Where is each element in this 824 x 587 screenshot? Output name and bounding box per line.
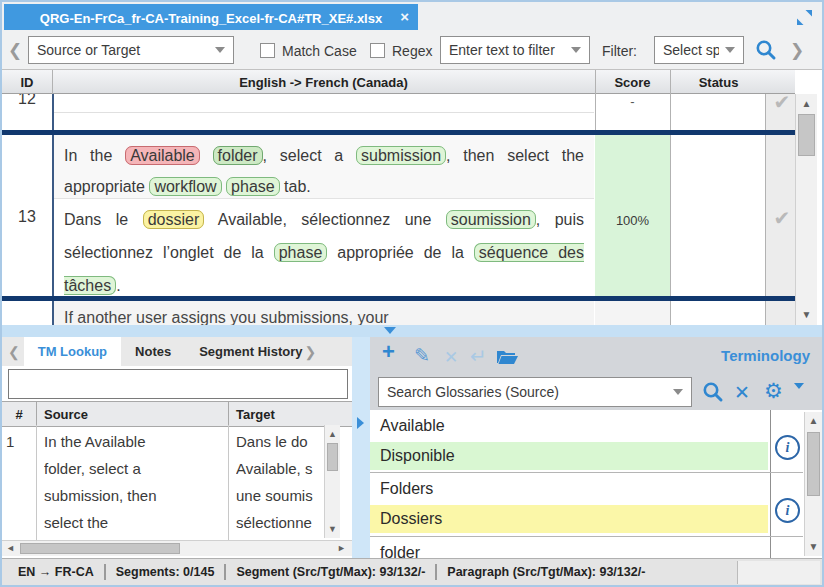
language-pair-status: EN → FR-CA: [18, 565, 94, 579]
scrollbar-thumb[interactable]: [798, 114, 815, 156]
horizontal-splitter[interactable]: [2, 325, 822, 337]
tabs-scroll-left-icon[interactable]: ❮: [8, 345, 20, 359]
scroll-left-icon[interactable]: ❮: [8, 42, 22, 59]
tab-segment-history[interactable]: Segment History: [185, 337, 302, 366]
regex-checkbox[interactable]: [370, 43, 385, 58]
open-glossary-icon[interactable]: [496, 348, 518, 365]
next-source-segment[interactable]: If another user assigns you submissions,…: [54, 301, 594, 325]
term-target[interactable]: Disponible: [370, 442, 768, 470]
glossary-search-value: Search Glossaries (Source): [387, 384, 667, 400]
insert-term-icon[interactable]: ↵: [470, 345, 487, 367]
source-segment[interactable]: In the Available folder, select a submis…: [54, 135, 594, 199]
match-case-checkbox[interactable]: [260, 43, 275, 58]
tm-col-number[interactable]: #: [2, 402, 36, 426]
gear-icon[interactable]: ⚙: [764, 379, 783, 403]
tm-col-target[interactable]: Target: [236, 402, 275, 426]
scroll-left-icon[interactable]: ◄: [6, 543, 15, 553]
document-tab[interactable]: QRG-En-FrCa_fr-CA-Training_Excel-fr-CA#T…: [4, 4, 418, 32]
tm-row-source: In the Available folder, select a submis…: [44, 428, 226, 536]
translation-editor-window: QRG-En-FrCa_fr-CA-Training_Excel-fr-CA#T…: [0, 0, 824, 587]
tm-col-source[interactable]: Source: [44, 402, 88, 426]
divider: [224, 564, 226, 580]
chevron-down-icon: [725, 47, 735, 53]
term-target[interactable]: Dossiers: [370, 505, 768, 533]
segment-row-12-id: 12: [2, 94, 52, 130]
column-header-score[interactable]: Score: [595, 70, 670, 94]
tabs-scroll-right-icon[interactable]: ❯: [305, 345, 317, 359]
terminology-scrollbar[interactable]: ▲ ▼: [804, 412, 822, 556]
tm-row-number: 1: [6, 428, 34, 455]
vertical-splitter[interactable]: [352, 337, 370, 558]
chevron-down-icon: [673, 389, 683, 395]
target-segment[interactable]: Dans le dossier Available, sélectionnez …: [54, 200, 594, 296]
term-source[interactable]: folder: [380, 544, 420, 558]
tm-vertical-scrollbar[interactable]: ▲ ▼: [324, 425, 340, 538]
close-tab-icon[interactable]: ×: [400, 8, 409, 25]
filter-label: Filter:: [602, 43, 637, 59]
search-icon[interactable]: [755, 39, 777, 61]
edit-term-icon[interactable]: ✎: [414, 345, 430, 367]
column-header-language-pair[interactable]: English -> French (Canada): [52, 70, 595, 94]
collapse-right-icon[interactable]: [357, 417, 364, 429]
scrollbar-thumb[interactable]: [20, 543, 180, 554]
divider: [104, 564, 106, 580]
confirmed-check-icon: ✔: [770, 94, 794, 114]
add-term-icon[interactable]: +: [382, 341, 395, 363]
document-tab-title: QRG-En-FrCa_fr-CA-Training_Excel-fr-CA#T…: [40, 11, 382, 26]
scroll-up-icon[interactable]: ▲: [796, 96, 817, 112]
settings-caret-icon[interactable]: [794, 389, 804, 407]
segment-row-13-id: 13: [2, 135, 52, 296]
scroll-down-icon[interactable]: ▼: [796, 307, 817, 323]
tm-result-row[interactable]: 1 In the Available folder, select a subm…: [2, 425, 352, 540]
scroll-up-icon[interactable]: ▲: [325, 426, 340, 442]
scroll-right-icon[interactable]: ►: [337, 543, 346, 553]
scrollbar-thumb[interactable]: [327, 443, 338, 471]
match-score: 100%: [595, 213, 670, 228]
filter-select-dropdown[interactable]: Select sp: [654, 36, 744, 64]
tm-table-header: # Source Target: [2, 401, 352, 427]
scrollbar-thumb[interactable]: [807, 432, 820, 496]
scroll-right-icon[interactable]: ❯: [790, 42, 804, 59]
column-header-id[interactable]: ID: [2, 70, 52, 94]
info-icon[interactable]: i: [775, 435, 800, 460]
chevron-down-icon: [571, 47, 581, 53]
regex-label: Regex: [392, 43, 432, 59]
delete-term-icon[interactable]: ✕: [444, 347, 458, 369]
divider: [435, 564, 437, 580]
info-icon[interactable]: i: [775, 498, 800, 523]
scroll-down-icon[interactable]: ▼: [325, 521, 340, 537]
term-source[interactable]: Folders: [380, 480, 433, 498]
divider: [370, 536, 803, 537]
tab-notes[interactable]: Notes: [121, 337, 185, 366]
term-list: Available Disponible i Folders Dossiers …: [370, 410, 822, 558]
column-header-status[interactable]: Status: [670, 70, 767, 94]
filter-toolbar: ❮ Source or Target Match Case Regex Ente…: [2, 30, 822, 70]
scroll-down-icon[interactable]: ▼: [805, 539, 822, 555]
status-bar: EN → FR-CA Segments: 0/145 Segment (Src/…: [2, 558, 822, 585]
terminology-title: Terminology: [721, 347, 810, 364]
glossary-search-dropdown[interactable]: Search Glossaries (Source): [378, 377, 692, 407]
collapse-down-icon[interactable]: [384, 327, 396, 334]
clear-search-icon[interactable]: ✕: [734, 381, 750, 404]
term-source[interactable]: Available: [380, 417, 445, 435]
status-bar-cell: [737, 561, 820, 584]
glossary-search-icon[interactable]: [702, 381, 724, 403]
filter-scope-dropdown[interactable]: Source or Target: [28, 36, 234, 64]
segment-row-13-score-cell: 100%: [595, 135, 670, 296]
segment-length-status: Segment (Src/Tgt/Max): 93/132/-: [236, 565, 425, 579]
document-tab-bar: QRG-En-FrCa_fr-CA-Training_Excel-fr-CA#T…: [2, 2, 822, 30]
paragraph-length-status: Paragraph (Src/Tgt/Max): 93/132/-: [447, 565, 645, 579]
tm-search-input[interactable]: [8, 369, 348, 399]
segments-count-status: Segments: 0/145: [116, 565, 215, 579]
segment-separator: [2, 296, 795, 301]
text-filter-input[interactable]: Enter text to filter: [440, 36, 590, 64]
tab-tm-lookup[interactable]: TM Lookup: [24, 337, 121, 366]
editor-vertical-scrollbar[interactable]: ▲ ▼: [795, 94, 817, 325]
grid-header: ID English -> French (Canada) Score Stat…: [2, 70, 795, 94]
chevron-down-icon: [215, 47, 225, 53]
expand-window-icon[interactable]: [797, 10, 812, 25]
tm-horizontal-scrollbar[interactable]: ◄ ►: [2, 540, 352, 556]
bottom-tab-strip: ❮ TM Lookup Notes Segment History ❯: [2, 337, 352, 366]
scroll-up-icon[interactable]: ▲: [805, 413, 822, 429]
match-case-label: Match Case: [282, 43, 357, 59]
